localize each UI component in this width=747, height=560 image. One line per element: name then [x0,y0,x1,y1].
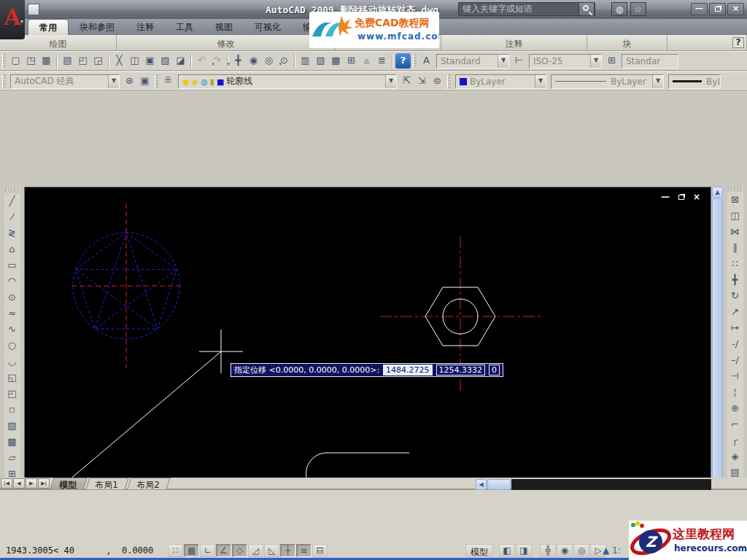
ellipse-icon[interactable]: ○ [4,338,20,354]
region-icon[interactable]: ▱ [4,450,20,466]
scroll-up-icon[interactable]: ▲ [712,187,723,198]
tab-blocks-references[interactable]: 块和参照 [69,19,125,35]
dynamic-input-y-field[interactable]: 1254.3332 [436,365,486,376]
paste-icon[interactable]: ▣ [142,53,158,69]
polar-toggle[interactable]: ∠ [216,544,231,557]
tab-tools[interactable]: 工具 [165,19,204,35]
panel-block[interactable]: 块 [587,35,667,50]
quickcalc-icon[interactable]: ≣ [374,53,390,69]
drawing-restore-button[interactable] [678,192,684,202]
stretch-icon[interactable]: ↦ [727,320,743,336]
quick-view-layouts-icon[interactable]: ◧ [499,544,515,557]
quick-access-button[interactable] [28,4,39,15]
array-icon[interactable]: ∷ [727,256,743,272]
designcenter-icon[interactable]: ▧ [313,53,328,69]
layer-states-icon[interactable]: ⊜ [430,74,445,89]
copy-clip-icon[interactable]: ◫ [127,53,142,69]
quick-view-drawings-icon[interactable]: ◨ [516,544,532,557]
break-icon[interactable]: ¦ [727,384,743,400]
dim-style-icon[interactable]: ⊢ [511,53,527,69]
new-icon[interactable]: ▢ [8,53,23,69]
layer-freeze-sun-icon[interactable]: ◉ [192,77,199,87]
layer-properties-manager-icon[interactable]: ≞ [160,74,176,89]
text-style-icon[interactable]: A [419,53,434,69]
ducs-toggle[interactable]: ◺ [264,544,279,557]
ellipse-arc-icon[interactable]: ◡ [4,354,20,370]
revcloud-icon[interactable]: ≈ [4,306,20,322]
explode-icon[interactable]: ◈ [727,448,743,464]
osnap-toggle[interactable]: ◇ [232,544,247,557]
toolbar-grip[interactable] [2,74,6,89]
workspace-combo[interactable]: AutoCAD 经典 ▼ [10,74,120,89]
fillet-icon[interactable]: ╭ [727,432,743,448]
vertical-scrollbar-thumb[interactable] [712,198,723,519]
otrack-toggle[interactable]: ◿ [248,544,263,557]
communication-center-icon[interactable]: ◍ [611,2,627,16]
block-editor-icon[interactable]: ◪ [173,53,188,69]
scroll-left-icon[interactable]: ◀ [476,479,487,490]
layer-on-bulb-icon[interactable]: ● [182,77,190,87]
table-style-combo[interactable]: Standar [622,54,678,69]
autocad-menu-browser-button[interactable]: A▾ [0,0,25,39]
minimize-button[interactable]: — [691,3,708,15]
chevron-down-icon[interactable]: ▼ [590,55,601,68]
save-icon[interactable]: ▦ [39,53,54,69]
redo-icon[interactable]: ↷▾ [209,53,225,69]
horizontal-scrollbar-track[interactable] [511,479,711,490]
properties-icon[interactable]: ▥ [298,53,313,69]
model-space-button[interactable]: 模型 [465,544,493,557]
grid-toggle[interactable]: ▦ [184,544,199,557]
layout-prev-button[interactable]: ◀ [13,478,25,489]
tab-annotate[interactable]: 注释 [125,19,165,35]
snap-toggle[interactable]: ∷ [168,544,183,557]
layout-last-button[interactable]: ▶| [38,478,50,489]
layout-first-button[interactable]: |◀ [1,478,12,489]
toolbar-grip[interactable] [5,188,20,192]
close-button[interactable]: × [727,3,744,15]
scale-icon[interactable]: ↗ [727,304,743,320]
chevron-down-icon[interactable]: ▼ [652,75,663,88]
workspace-save-icon[interactable]: ▣ [137,74,152,89]
trim-icon[interactable]: -/ [727,336,743,352]
dyn-toggle[interactable]: ┼ [280,544,295,557]
rectangle-icon[interactable]: ▭ [4,257,20,273]
tab-home[interactable]: 常用 [28,19,69,35]
chevron-down-icon[interactable]: ▼ [385,75,396,88]
make-block-icon[interactable]: ◰ [4,386,20,402]
match-properties-icon[interactable]: ▨ [158,53,173,69]
tab-visualize[interactable]: 可视化 [244,19,292,35]
arc-icon[interactable]: ◠ [4,273,20,289]
search-icon[interactable] [578,2,595,16]
ribbon-help-button[interactable]: ? [732,37,744,48]
circle-icon[interactable]: ⊙ [4,289,20,306]
markup-set-manager-icon[interactable]: ▵ [359,53,374,69]
quick-properties-toggle[interactable]: ⊟ [312,544,328,557]
plot-icon[interactable]: ▤ [60,53,75,69]
gradient-icon[interactable]: ▩ [4,434,20,450]
color-combo[interactable]: ByLayer ▼ [455,74,546,89]
zoom-icon[interactable]: ◉ [557,544,573,557]
offset-icon[interactable]: ∥ [727,240,743,256]
open-icon[interactable]: ◳ [23,53,39,69]
dynamic-input-x-field[interactable]: 1484.2725 [383,365,433,376]
sheet-set-manager-icon[interactable]: ⊞ [344,53,359,69]
extend-icon[interactable]: –/ [727,352,743,368]
text-style-combo[interactable]: Standard ▼ [436,54,509,69]
cut-icon[interactable]: ╳ [112,53,127,69]
copy-icon[interactable]: ◫ [727,208,743,224]
line-icon[interactable]: ╱ [4,193,20,209]
make-layer-current-icon[interactable]: ⇱ [399,74,414,89]
help-icon[interactable]: ? [395,53,411,69]
tab-model[interactable]: 模型 [50,478,87,489]
search-input[interactable]: 键入关键字或短语 [458,2,595,16]
hatch-icon[interactable]: ▨ [4,418,20,434]
drawing-minimize-button[interactable]: — [661,192,670,202]
join-icon[interactable]: ⊕ [727,400,743,416]
tab-layout1[interactable]: 布局1 [85,478,128,489]
steering-wheel-icon[interactable]: ◎ [573,544,589,557]
tab-layout2[interactable]: 布局2 [127,478,170,489]
plot-preview-icon[interactable]: ◰ [75,53,90,69]
erase-icon[interactable]: ⊠ [727,192,743,208]
workspace-settings-gear-icon[interactable]: ⊛ [122,74,137,89]
pan-realtime-icon[interactable]: ╋ [231,53,246,69]
